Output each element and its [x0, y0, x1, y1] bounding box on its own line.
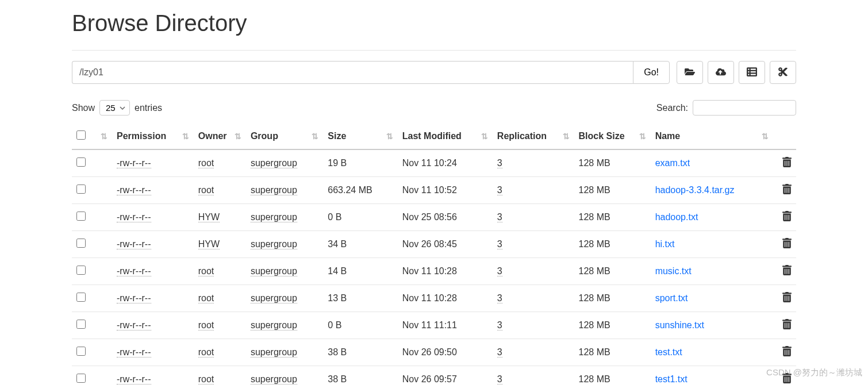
header-group[interactable]: Group	[246, 124, 323, 149]
permission-cell[interactable]: -rw-r--r--	[117, 374, 151, 385]
last-modified-cell: Nov 11 10:28	[402, 293, 457, 303]
page-title: Browse Directory	[72, 10, 796, 36]
file-name-link[interactable]: test1.txt	[655, 374, 688, 384]
owner-cell[interactable]: root	[198, 266, 214, 276]
row-checkbox[interactable]	[76, 157, 86, 167]
file-name-link[interactable]: hi.txt	[655, 239, 675, 249]
replication-cell[interactable]: 3	[497, 266, 502, 276]
file-name-link[interactable]: hadoop-3.3.4.tar.gz	[655, 185, 735, 195]
owner-cell[interactable]: root	[198, 320, 214, 330]
delete-button[interactable]	[782, 213, 792, 223]
table-row: -rw-r--r--rootsupergroup38 BNov 26 09:50…	[72, 339, 796, 366]
group-cell[interactable]: supergroup	[251, 158, 297, 168]
path-input-group: Go!	[72, 61, 670, 84]
replication-cell[interactable]: 3	[497, 374, 502, 385]
header-block-size[interactable]: Block Size	[574, 124, 651, 149]
trash-icon	[782, 213, 792, 223]
delete-button[interactable]	[782, 186, 792, 196]
table-row: -rw-r--r--HYWsupergroup0 BNov 25 08:5631…	[72, 204, 796, 231]
group-cell[interactable]: supergroup	[251, 347, 297, 358]
permission-cell[interactable]: -rw-r--r--	[117, 293, 151, 303]
header-name[interactable]: Name	[651, 124, 773, 149]
file-name-link[interactable]: hadoop.txt	[655, 212, 698, 222]
row-checkbox[interactable]	[76, 212, 86, 221]
permission-cell[interactable]: -rw-r--r--	[117, 239, 151, 249]
group-cell[interactable]: supergroup	[251, 239, 297, 249]
replication-cell[interactable]: 3	[497, 293, 502, 303]
search-label: Search:	[656, 103, 688, 113]
delete-button[interactable]	[782, 321, 792, 331]
group-cell[interactable]: supergroup	[251, 320, 297, 330]
header-size[interactable]: Size	[323, 124, 397, 149]
header-checkbox	[72, 124, 95, 149]
group-cell[interactable]: supergroup	[251, 374, 297, 385]
group-cell[interactable]: supergroup	[251, 293, 297, 303]
group-cell[interactable]: supergroup	[251, 185, 297, 195]
permission-cell[interactable]: -rw-r--r--	[117, 158, 151, 168]
list-view-button[interactable]	[739, 61, 765, 84]
row-checkbox[interactable]	[76, 185, 86, 194]
owner-cell[interactable]: root	[198, 347, 214, 358]
search-input[interactable]	[693, 100, 796, 116]
block-size-cell: 128 MB	[579, 374, 610, 384]
permission-cell[interactable]: -rw-r--r--	[117, 320, 151, 330]
header-last-modified[interactable]: Last Modified	[398, 124, 493, 149]
table-row: -rw-r--r--rootsupergroup14 BNov 11 10:28…	[72, 258, 796, 285]
delete-button[interactable]	[782, 375, 792, 385]
header-owner[interactable]: Owner	[194, 124, 246, 149]
delete-button[interactable]	[782, 348, 792, 358]
header-actions	[773, 124, 796, 149]
row-checkbox[interactable]	[76, 320, 86, 329]
file-name-link[interactable]: sunshine.txt	[655, 320, 704, 330]
header-permission[interactable]: Permission	[112, 124, 194, 149]
toolbar-icon-buttons	[677, 61, 796, 84]
block-size-cell: 128 MB	[579, 239, 610, 249]
file-name-link[interactable]: sport.txt	[655, 293, 688, 303]
group-cell[interactable]: supergroup	[251, 266, 297, 276]
row-checkbox[interactable]	[76, 347, 86, 356]
select-all-checkbox[interactable]	[76, 130, 86, 140]
owner-cell[interactable]: root	[198, 185, 214, 195]
replication-cell[interactable]: 3	[497, 320, 502, 330]
replication-cell[interactable]: 3	[497, 239, 502, 249]
header-sort-index[interactable]	[95, 124, 112, 149]
owner-cell[interactable]: root	[198, 374, 214, 385]
file-name-link[interactable]: music.txt	[655, 266, 692, 276]
permission-cell[interactable]: -rw-r--r--	[117, 347, 151, 358]
replication-cell[interactable]: 3	[497, 212, 502, 222]
block-size-cell: 128 MB	[579, 158, 610, 168]
delete-button[interactable]	[782, 267, 792, 277]
file-name-link[interactable]: test.txt	[655, 347, 682, 357]
owner-cell[interactable]: root	[198, 158, 214, 168]
permission-cell[interactable]: -rw-r--r--	[117, 185, 151, 195]
path-input[interactable]	[72, 61, 633, 84]
replication-cell[interactable]: 3	[497, 158, 502, 168]
cut-button[interactable]	[770, 61, 796, 84]
last-modified-cell: Nov 25 08:56	[402, 212, 457, 222]
delete-button[interactable]	[782, 240, 792, 250]
file-table: Permission Owner Group Size Last Modifie…	[72, 124, 796, 392]
replication-cell[interactable]: 3	[497, 347, 502, 358]
page-size-select[interactable]: 25	[99, 100, 130, 116]
row-checkbox[interactable]	[76, 239, 86, 248]
new-folder-button[interactable]	[677, 61, 703, 84]
permission-cell[interactable]: -rw-r--r--	[117, 266, 151, 276]
owner-cell[interactable]: root	[198, 293, 214, 303]
replication-cell[interactable]: 3	[497, 185, 502, 195]
owner-cell[interactable]: HYW	[198, 239, 220, 249]
delete-button[interactable]	[782, 294, 792, 304]
table-row: -rw-r--r--rootsupergroup13 BNov 11 10:28…	[72, 285, 796, 312]
header-replication[interactable]: Replication	[493, 124, 574, 149]
group-cell[interactable]: supergroup	[251, 212, 297, 222]
permission-cell[interactable]: -rw-r--r--	[117, 212, 151, 222]
owner-cell[interactable]: HYW	[198, 212, 220, 222]
row-checkbox[interactable]	[76, 293, 86, 302]
last-modified-cell: Nov 11 11:11	[402, 320, 457, 330]
go-button[interactable]: Go!	[633, 61, 670, 84]
row-checkbox[interactable]	[76, 266, 86, 275]
delete-button[interactable]	[782, 159, 792, 169]
row-checkbox[interactable]	[76, 374, 86, 383]
table-row: -rw-r--r--rootsupergroup0 BNov 11 11:113…	[72, 312, 796, 339]
file-name-link[interactable]: exam.txt	[655, 158, 690, 168]
upload-button[interactable]	[708, 61, 734, 84]
